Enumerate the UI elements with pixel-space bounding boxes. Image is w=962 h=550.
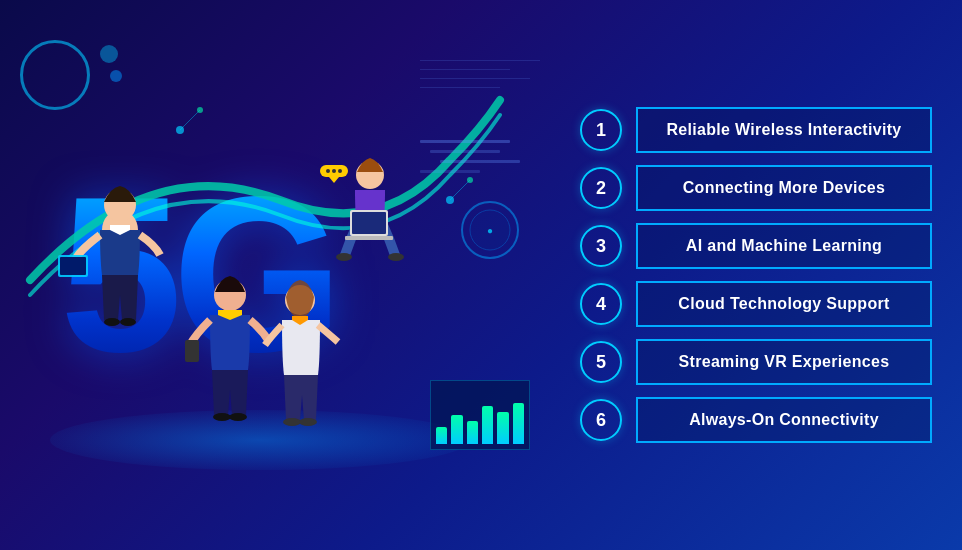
- feature-number-5: 5: [580, 341, 622, 383]
- grid-line-4: [420, 87, 500, 88]
- svg-text:●: ●: [487, 225, 493, 236]
- main-container: 5G: [0, 0, 962, 550]
- feature-label-4: Cloud Technology Support: [636, 281, 932, 327]
- chart-area: [430, 380, 530, 450]
- feature-item-4: 4 Cloud Technology Support: [580, 281, 932, 327]
- circle-small-1: [100, 45, 118, 63]
- svg-rect-31: [420, 170, 480, 173]
- speech-bubble: [320, 165, 348, 177]
- feature-label-1: Reliable Wireless Interactivity: [636, 107, 932, 153]
- chart-bar-6: [513, 403, 524, 444]
- svg-point-26: [470, 210, 510, 250]
- svg-point-21: [446, 196, 454, 204]
- svg-point-20: [197, 107, 203, 113]
- chart-bar-4: [482, 406, 493, 444]
- features-panel: 1 Reliable Wireless Interactivity 2 Conn…: [560, 0, 962, 550]
- svg-point-19: [176, 126, 184, 134]
- feature-label-6: Always-On Connectivity: [636, 397, 932, 443]
- feature-number-2: 2: [580, 167, 622, 209]
- circle-small-2: [110, 70, 122, 82]
- svg-point-14: [336, 253, 352, 261]
- svg-rect-29: [430, 150, 500, 153]
- chart-bar-3: [467, 421, 478, 444]
- svg-rect-16: [350, 210, 388, 236]
- svg-rect-18: [345, 236, 393, 240]
- svg-point-13: [356, 161, 384, 189]
- svg-point-25: [462, 202, 518, 258]
- speech-dots: [326, 169, 342, 173]
- feature-item-3: 3 AI and Machine Learning: [580, 223, 932, 269]
- chart-bar-5: [497, 412, 508, 444]
- grid-lines: [420, 60, 540, 96]
- dot-1: [326, 169, 330, 173]
- feature-number-6: 6: [580, 399, 622, 441]
- chart-bar-1: [436, 427, 447, 444]
- feature-label-3: AI and Machine Learning: [636, 223, 932, 269]
- svg-rect-17: [352, 212, 386, 234]
- illustration-panel: 5G: [0, 0, 560, 550]
- feature-number-4: 4: [580, 283, 622, 325]
- dot-3: [338, 169, 342, 173]
- feature-item-1: 1 Reliable Wireless Interactivity: [580, 107, 932, 153]
- platform-glow: [50, 410, 470, 470]
- feature-item-5: 5 Streaming VR Experiences: [580, 339, 932, 385]
- grid-line-3: [420, 78, 530, 79]
- svg-rect-28: [420, 140, 510, 143]
- svg-rect-30: [440, 160, 520, 163]
- feature-number-1: 1: [580, 109, 622, 151]
- grid-line-2: [420, 69, 510, 70]
- svg-line-24: [450, 180, 470, 200]
- feature-item-2: 2 Connecting More Devices: [580, 165, 932, 211]
- grid-line-1: [420, 60, 540, 61]
- svg-line-23: [180, 110, 200, 130]
- dot-2: [332, 169, 336, 173]
- chart-bar-2: [451, 415, 462, 444]
- 5g-text: 5G: [60, 165, 333, 385]
- feature-item-6: 6 Always-On Connectivity: [580, 397, 932, 443]
- feature-number-3: 3: [580, 225, 622, 267]
- svg-point-15: [388, 253, 404, 261]
- circle-ring: [20, 40, 90, 110]
- feature-label-2: Connecting More Devices: [636, 165, 932, 211]
- svg-point-22: [467, 177, 473, 183]
- feature-label-5: Streaming VR Experiences: [636, 339, 932, 385]
